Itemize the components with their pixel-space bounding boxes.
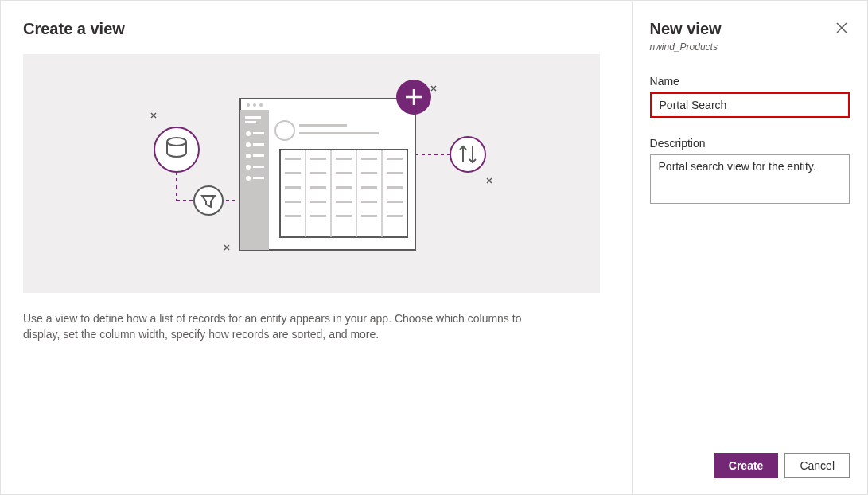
svg-rect-60 xyxy=(310,201,326,203)
svg-rect-52 xyxy=(361,172,377,174)
svg-point-26 xyxy=(246,131,251,136)
panel-title: New view xyxy=(650,20,722,38)
dialog-container: Create a view xyxy=(0,0,868,495)
entity-name: nwind_Products xyxy=(650,41,850,53)
name-label: Name xyxy=(650,75,850,88)
svg-rect-29 xyxy=(253,143,264,146)
svg-rect-27 xyxy=(253,132,264,134)
svg-rect-57 xyxy=(361,186,377,189)
info-panel: Create a view xyxy=(1,1,633,494)
cancel-button[interactable]: Cancel xyxy=(784,453,850,478)
svg-point-11 xyxy=(194,186,223,215)
illustration xyxy=(23,54,600,293)
svg-rect-39 xyxy=(280,150,407,237)
svg-rect-62 xyxy=(361,201,377,203)
svg-rect-53 xyxy=(387,172,403,174)
svg-point-20 xyxy=(247,103,250,107)
svg-rect-23 xyxy=(240,110,269,250)
svg-point-32 xyxy=(246,165,251,170)
svg-point-21 xyxy=(253,103,256,107)
create-button[interactable]: Create xyxy=(714,453,779,478)
form-panel: New view nwind_Products Name Description… xyxy=(633,1,867,494)
svg-rect-31 xyxy=(253,154,264,157)
svg-rect-55 xyxy=(310,186,326,189)
svg-rect-47 xyxy=(361,158,377,160)
svg-rect-37 xyxy=(299,124,347,127)
dialog-footer: Create Cancel xyxy=(714,453,850,478)
svg-point-30 xyxy=(246,154,251,158)
svg-rect-51 xyxy=(336,172,352,174)
page-title: Create a view xyxy=(23,20,609,38)
svg-rect-46 xyxy=(336,158,352,160)
svg-rect-49 xyxy=(285,172,301,174)
close-button[interactable] xyxy=(834,20,850,38)
description-textarea[interactable] xyxy=(650,154,850,204)
svg-rect-61 xyxy=(336,201,352,203)
svg-rect-38 xyxy=(299,132,379,134)
svg-rect-48 xyxy=(387,158,403,160)
svg-rect-50 xyxy=(310,172,326,174)
svg-point-14 xyxy=(450,137,485,172)
svg-rect-58 xyxy=(387,186,403,189)
svg-point-8 xyxy=(154,127,199,172)
svg-rect-64 xyxy=(285,215,301,217)
svg-rect-54 xyxy=(285,186,301,189)
svg-point-22 xyxy=(259,103,263,107)
svg-rect-44 xyxy=(285,158,301,160)
description-text: Use a view to define how a list of recor… xyxy=(23,310,532,343)
name-input[interactable] xyxy=(650,92,850,118)
svg-rect-35 xyxy=(253,177,264,179)
svg-rect-66 xyxy=(336,215,352,217)
svg-rect-56 xyxy=(336,186,352,189)
svg-rect-45 xyxy=(310,158,326,160)
svg-rect-24 xyxy=(245,116,261,119)
view-illustration-icon xyxy=(121,78,503,269)
svg-point-28 xyxy=(246,142,251,147)
svg-point-34 xyxy=(246,176,251,181)
svg-rect-68 xyxy=(387,215,403,217)
close-icon xyxy=(835,21,848,34)
svg-rect-67 xyxy=(361,215,377,217)
svg-rect-59 xyxy=(285,201,301,203)
panel-header: New view xyxy=(650,20,850,38)
description-label: Description xyxy=(650,137,850,150)
svg-rect-63 xyxy=(387,201,403,203)
svg-rect-33 xyxy=(253,166,264,168)
svg-rect-25 xyxy=(245,121,256,123)
svg-rect-65 xyxy=(310,215,326,217)
